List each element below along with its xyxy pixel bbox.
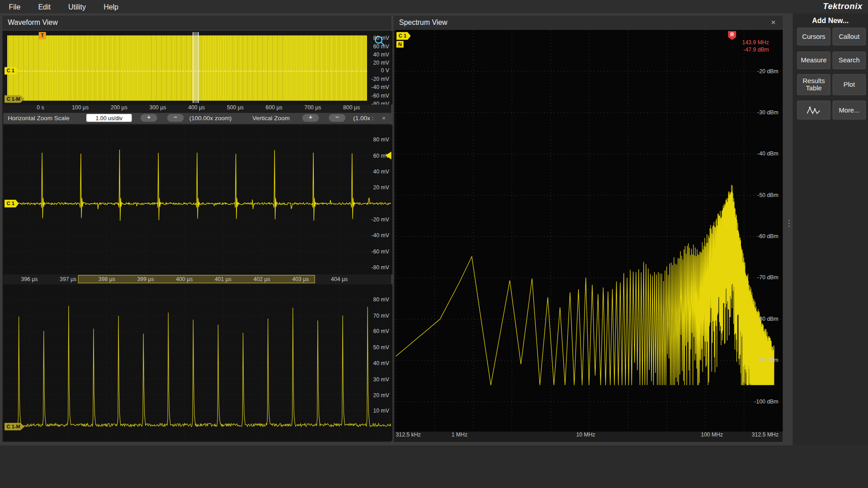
horizontal-zoom-minus-button[interactable]: − <box>167 114 184 122</box>
zoom-time-label: 400 µs <box>176 276 193 282</box>
more-button[interactable]: More... <box>833 101 866 120</box>
magnitude-axis-label: 50 mV <box>373 344 389 350</box>
horizontal-zoom-readout: (100.00x zoom) <box>189 114 232 121</box>
peak-markers-icon <box>807 106 821 115</box>
magnitude-axis-label: 80 mV <box>373 296 389 302</box>
menu-edit[interactable]: Edit <box>38 3 50 11</box>
marker-level: -47.9 dBm <box>720 46 769 53</box>
results-table-button[interactable]: Results Table <box>797 74 830 95</box>
zoom-trace <box>3 125 392 275</box>
zoom-time-label: 396 µs <box>21 276 38 282</box>
zoom-control-bar: Horizontal Zoom Scale 1.00 us/div + − (1… <box>3 113 392 124</box>
db-axis-label: -30 dBm <box>757 109 778 115</box>
cursors-button[interactable]: Cursors <box>797 28 830 45</box>
zoom-time-label: 397 µs <box>60 276 76 282</box>
zoom-time-label: 404 µs <box>331 276 348 282</box>
overview-axis-label: -40 mV <box>371 84 389 90</box>
overview-axis-label: 60 mV <box>373 43 389 49</box>
overview-axis-label: 0 V <box>381 67 389 73</box>
vertical-zoom-plus-button[interactable]: + <box>302 114 319 122</box>
overview-axis-label: 20 mV <box>373 60 389 66</box>
overview-time-label: 300 µs <box>149 104 166 110</box>
callout-button[interactable]: Callout <box>833 28 866 45</box>
zoom-close-icon[interactable]: × <box>382 114 386 121</box>
overview-zero-line <box>7 71 367 71</box>
plot-button[interactable]: Plot <box>833 74 866 95</box>
panel-resize-handle[interactable]: ⋮ <box>785 220 793 225</box>
overview-trace <box>7 35 367 100</box>
waveform-zoom-plot[interactable]: 80 mV 60 mV 40 mV 20 mV -20 mV -40 mV -6… <box>3 125 392 275</box>
zoom-axis-label: 40 mV <box>373 169 389 174</box>
overview-time-label: 800 µs <box>343 104 360 110</box>
overview-time-label: 700 µs <box>304 104 321 110</box>
magnitude-axis-label: 20 mV <box>373 392 389 398</box>
waveform-view-title: Waveform View <box>8 18 58 26</box>
magnitude-axis-label: 70 mV <box>373 313 389 319</box>
overview-time-label: 600 µs <box>266 104 283 110</box>
oscilloscope-screen: File Edit Utility Help Tektronix Wavefor… <box>0 0 868 488</box>
overview-axis-label: -20 mV <box>371 76 389 82</box>
spectrum-view-title: Spectrum View <box>399 18 448 26</box>
spectrum-plot[interactable]: C 1 N R 143.9 MHz -47.9 dBm -20 dBm -30 … <box>395 30 783 432</box>
magnitude-axis-label: 40 mV <box>373 360 389 366</box>
overview-time-label: 400 µs <box>188 104 205 110</box>
db-axis-label: -50 dBm <box>757 192 778 198</box>
freq-axis-label: 312.5 kHz <box>396 432 421 437</box>
magnitude-trace <box>3 284 392 441</box>
zoom-time-label: 402 µs <box>254 276 270 282</box>
measure-button[interactable]: Measure <box>797 52 830 69</box>
overview-axis-label: 80 mV <box>373 35 389 41</box>
freq-axis-label: 100 MHz <box>701 432 723 437</box>
db-axis-label: -90 dBm <box>757 357 778 363</box>
horizontal-zoom-scale-input[interactable]: 1.00 us/div <box>86 114 132 122</box>
tektronix-logo: Tektronix <box>823 1 863 10</box>
db-axis-label: -70 dBm <box>757 274 778 280</box>
menu-help[interactable]: Help <box>104 3 118 11</box>
trigger-level-arrow[interactable] <box>385 152 391 160</box>
frequency-axis: 312.5 kHz 1 MHz 10 MHz 100 MHz 312.5 MHz <box>395 432 783 441</box>
zoom-axis-label: 20 mV <box>373 184 389 190</box>
overview-axis-label: 40 mV <box>373 52 389 57</box>
peak-markers-button[interactable] <box>797 101 830 120</box>
overview-axis-label: -60 mV <box>371 92 389 98</box>
spectrum-normal-badge: N <box>396 41 404 48</box>
db-axis-label: -20 dBm <box>757 68 778 74</box>
spectrum-close-icon[interactable]: × <box>769 17 778 27</box>
zoom-axis-label: 80 mV <box>373 136 389 142</box>
zoom-axis-label: -40 mV <box>371 232 389 238</box>
waveform-overview-plot[interactable]: T 80 mV 60 mV 40 mV 20 mV 0 V -20 mV -40… <box>3 31 392 105</box>
marker-frequency: 143.9 MHz <box>720 39 769 46</box>
overview-time-axis: 0 s 100 µs 200 µs 300 µs 400 µs 500 µs 6… <box>3 104 392 112</box>
magnitude-axis-label: 60 mV <box>373 328 389 334</box>
zoom-window-handle[interactable] <box>193 32 198 103</box>
search-button[interactable]: Search <box>833 52 866 69</box>
magnitude-axis-label: 30 mV <box>373 376 389 382</box>
marker-readout: 143.9 MHz -47.9 dBm <box>720 39 769 53</box>
horizontal-zoom-scale-label: Horizontal Zoom Scale <box>8 114 69 121</box>
waveform-magnitude-plot[interactable]: 80 mV 70 mV 60 mV 50 mV 40 mV 30 mV 20 m… <box>3 284 392 441</box>
menu-utility[interactable]: Utility <box>68 3 86 11</box>
overview-axis-label: -80 mV <box>371 101 389 105</box>
spectrum-view-header[interactable]: Spectrum View × <box>394 15 783 30</box>
spectrum-trace <box>395 30 783 432</box>
overview-time-label: 500 µs <box>227 104 244 110</box>
vertical-zoom-readout: (1.00x : <box>353 114 373 121</box>
spectrum-view-panel: Spectrum View × C 1 N R 143.9 MHz -47.9 … <box>393 15 783 443</box>
freq-axis-label: 1 MHz <box>452 432 467 437</box>
trigger-position-marker[interactable]: T <box>39 32 46 39</box>
zoom-axis-label: -80 mV <box>371 264 389 270</box>
waveform-view-header[interactable]: Waveform View <box>2 15 392 30</box>
horizontal-zoom-plus-button[interactable]: + <box>141 114 157 122</box>
waveform-view-panel: Waveform View T 80 mV 60 mV 40 mV 20 mV … <box>2 15 392 443</box>
zoom-axis-label: -20 mV <box>371 216 389 222</box>
zoom-axis-label: -60 mV <box>371 249 389 254</box>
vertical-zoom-minus-button[interactable]: − <box>329 114 345 122</box>
freq-axis-label: 10 MHz <box>576 432 595 437</box>
zoom-time-label: 398 µs <box>99 276 115 282</box>
overview-time-label: 100 µs <box>72 104 89 110</box>
zoom-time-label: 399 µs <box>137 276 154 282</box>
menu-bar: File Edit Utility Help Tektronix <box>0 0 868 13</box>
add-new-title: Add New... <box>793 17 868 25</box>
add-new-sidebar: Add New... Cursors Callout Measure Searc… <box>793 13 868 445</box>
menu-file[interactable]: File <box>9 3 21 11</box>
